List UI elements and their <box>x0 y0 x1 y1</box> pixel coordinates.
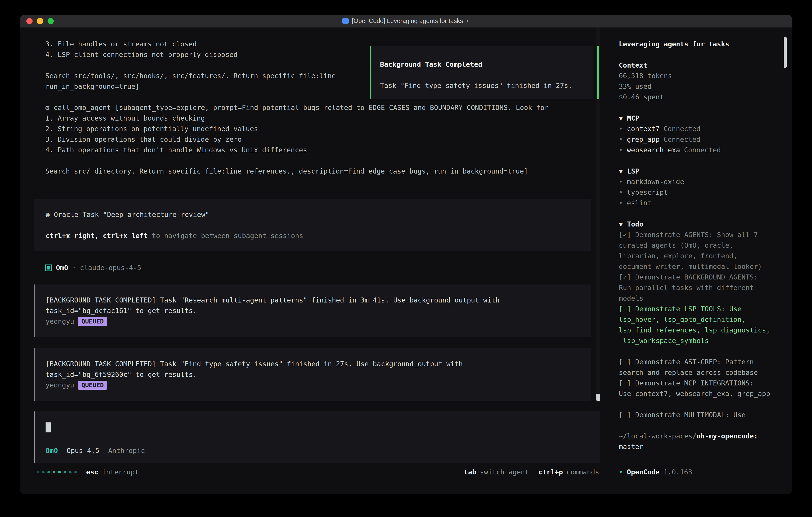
bullet-icon: • <box>619 467 623 478</box>
status-badge: QUEUED <box>78 317 107 326</box>
tab-key-hint: tab <box>464 467 476 478</box>
input-agent: OmO <box>46 445 58 456</box>
window-title: [OpenCode] Leveraging agents for tasks◐ <box>342 18 470 25</box>
session-indicator-icon: ◐ <box>466 18 470 25</box>
context-spent: $0.46 spent <box>619 92 774 102</box>
hint-keys: ctrl+x right, ctrl+x left <box>46 232 148 240</box>
lsp-item: •eslint <box>619 198 774 208</box>
session-title: Leveraging agents for tasks <box>619 39 774 49</box>
chevron-down-icon: ▼ <box>619 114 623 122</box>
todo-item: [✓] Demonstrate BACKGROUND AGENTS: Run p… <box>619 272 774 304</box>
background-task-card[interactable]: [BACKGROUND TASK COMPLETED] Task "Resear… <box>34 284 591 337</box>
text-cursor <box>46 423 51 432</box>
lsp-item: •markdown-oxide <box>619 176 774 187</box>
oracle-task-panel[interactable]: ◉Oracle Task "Deep architecture review" … <box>34 199 591 251</box>
titlebar[interactable]: [OpenCode] Leveraging agents for tasks◐ <box>20 15 792 28</box>
workspace-path: ~/local-workspaces/oh-my-opencode: <box>619 431 774 441</box>
lsp-item: •typescript <box>619 187 774 198</box>
todo-item: [ ] Demonstrate MCP INTEGRATIONS: Use co… <box>619 378 774 399</box>
toast-scroll-marker <box>597 46 599 99</box>
tab-key-label: switch agent <box>480 467 529 478</box>
toast-title: Background Task Completed <box>380 59 592 70</box>
oracle-task-title: ◉Oracle Task "Deep architecture review" <box>46 209 591 220</box>
commands-key-hint: ctrl+p <box>538 467 563 478</box>
mcp-section-toggle[interactable]: ▼ MCP <box>619 113 774 124</box>
zoom-button[interactable] <box>48 18 54 24</box>
esc-key-label: interrupt <box>102 467 139 478</box>
status-bar: esc interrupt tab switch agent ctrl+p co… <box>20 467 600 478</box>
spinner-dots-icon <box>36 471 77 473</box>
task-author: yeongyu <box>46 316 74 327</box>
input-provider: Anthropic <box>108 445 145 456</box>
tool-call-item: 3. Division operations that could divide… <box>46 134 591 145</box>
todo-item: [ ] Demonstrate AST-GREP: Pattern search… <box>619 357 774 378</box>
prompt-input[interactable]: OmO Opus 4.5 Anthropic <box>34 411 600 463</box>
todo-section-toggle[interactable]: ▼ Todo <box>619 219 774 229</box>
agent-model: claude-opus-4-5 <box>80 263 141 273</box>
context-used: 33% used <box>619 81 774 92</box>
mcp-item: •websearch_exaConnected <box>619 145 774 155</box>
separator: · <box>72 263 76 273</box>
input-model: Opus 4.5 <box>66 445 99 456</box>
lsp-section-toggle[interactable]: ▼ LSP <box>619 166 774 176</box>
task-message-line: [BACKGROUND TASK COMPLETED] Task "Find t… <box>46 359 583 369</box>
agent-header: OmO · claude-opus-4-5 <box>46 263 591 273</box>
tool-call-line: ⚙call_omo_agent [subagent_type=explore, … <box>46 102 591 113</box>
todo-item: [✓] Demonstrate AGENTS: Show all 7 curat… <box>619 229 774 272</box>
chevron-down-icon: ▼ <box>619 220 623 228</box>
traffic-lights <box>26 15 54 28</box>
bullet-icon: • <box>619 134 623 145</box>
subagent-nav-hint: ctrl+x right, ctrl+x left to navigate be… <box>46 230 591 241</box>
chevron-down-icon: ▼ <box>619 167 623 175</box>
bullet-icon: • <box>619 187 623 198</box>
notification-toast[interactable]: Background Task Completed Task "Find typ… <box>370 46 592 99</box>
gear-icon: ⚙ <box>46 104 49 112</box>
tool-call-item: 4. Path operations that don't handle Win… <box>46 145 591 155</box>
tool-call-line: Search src/ directory. Return specific f… <box>46 166 591 176</box>
mcp-item: •grep_appConnected <box>619 134 774 145</box>
main-scrollbar[interactable] <box>597 28 600 402</box>
git-branch: master <box>619 441 774 452</box>
todo-item: [ ] Demonstrate MULTIMODAL: Use <box>619 410 774 420</box>
terminal-window: [OpenCode] Leveraging agents for tasks◐ … <box>20 15 792 494</box>
bullet-icon: • <box>619 145 623 155</box>
app-version: 1.0.163 <box>664 467 692 478</box>
oracle-title-text: Oracle Task "Deep architecture review" <box>54 211 209 219</box>
task-message-line: task_id="bg_6f59260c" to get results. <box>46 369 583 380</box>
task-message-line: task_id="bg_dcfac161" to get results. <box>46 305 583 316</box>
window-title-text: [OpenCode] Leveraging agents for tasks <box>352 18 463 25</box>
tool-call-text: call_omo_agent [subagent_type=explore, p… <box>54 104 548 112</box>
oracle-icon: ◉ <box>46 211 50 219</box>
tool-call-item: 2. String operations on potentially unde… <box>46 124 591 134</box>
task-message-line: [BACKGROUND TASK COMPLETED] Task "Resear… <box>46 295 583 305</box>
context-heading: Context <box>619 60 774 71</box>
app-name: OpenCode <box>627 467 660 478</box>
todo-item: [ ] Demonstrate LSP TOOLS: Use lsp_hover… <box>619 304 774 346</box>
input-meta: OmO Opus 4.5 Anthropic <box>46 445 600 456</box>
task-author: yeongyu <box>46 380 74 390</box>
commands-key-label: commands <box>567 467 599 478</box>
hint-text: to navigate between subagent sessions <box>148 232 303 240</box>
tool-call-item: 1. Array access without bounds checking <box>46 113 591 124</box>
status-badge: QUEUED <box>78 381 107 390</box>
scrollbar-thumb[interactable] <box>597 393 600 401</box>
bullet-icon: • <box>619 198 623 208</box>
app-version-footer: • OpenCode 1.0.163 <box>619 467 692 478</box>
context-tokens: 66,518 tokens <box>619 71 774 81</box>
agent-name: OmO <box>56 263 68 273</box>
esc-key-hint: esc <box>86 467 98 478</box>
close-button[interactable] <box>26 18 33 24</box>
bullet-icon: • <box>619 124 623 134</box>
session-sidebar: Leveraging agents for tasks Context 66,5… <box>611 28 792 494</box>
task-meta: yeongyu QUEUED <box>46 380 583 390</box>
toast-body: Task "Find type safety issues" finished … <box>380 80 592 91</box>
mcp-item: •context7Connected <box>619 124 774 134</box>
task-meta: yeongyu QUEUED <box>46 316 583 327</box>
document-icon <box>342 18 349 24</box>
bullet-icon: • <box>619 176 623 187</box>
omo-agent-icon <box>46 265 52 271</box>
sidebar-scrollbar-thumb[interactable] <box>784 36 787 68</box>
background-task-card[interactable]: [BACKGROUND TASK COMPLETED] Task "Find t… <box>34 348 591 401</box>
minimize-button[interactable] <box>37 18 43 24</box>
chat-area: 3. File handles or streams not closed 4.… <box>20 28 600 494</box>
